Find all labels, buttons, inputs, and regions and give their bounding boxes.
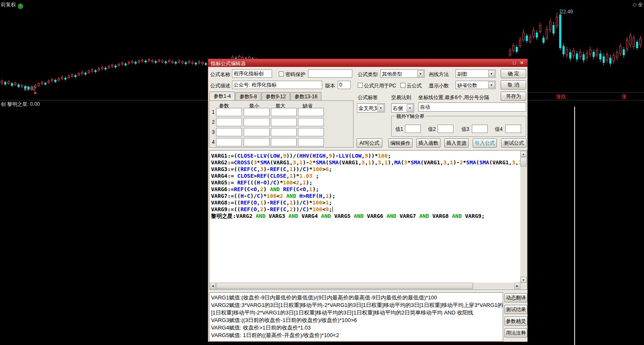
dropdown-circle-icon[interactable]: ˇ (18, 3, 23, 9)
candle-body (619, 46, 621, 54)
y-value-input[interactable] (405, 125, 421, 133)
tool-button-3[interactable]: 插入函数 (416, 138, 440, 148)
chevron-down-icon[interactable]: ▼ (417, 70, 424, 77)
dialog-titlebar[interactable]: 指标公式编辑器 □ ✕ (208, 59, 527, 67)
side-button-2[interactable]: 测试结果 (504, 305, 527, 314)
chevron-down-icon[interactable]: ▼ (377, 104, 384, 112)
param-input[interactable] (298, 128, 324, 136)
coordinate-input[interactable]: 自动 (418, 102, 526, 112)
ribbon-tab-up[interactable]: 涨 (621, 93, 626, 100)
scroll-left-icon[interactable]: ◀ (210, 283, 216, 289)
param-input[interactable] (298, 138, 324, 146)
pc-only-checkbox[interactable] (358, 83, 363, 88)
code-area[interactable]: VARG1:=(CLOSE-LLV(LOW,9))/(HHV(HIGH,9)-L… (210, 151, 520, 282)
ribbon-tab-updown[interactable]: 涨跌 (556, 93, 566, 100)
param-input[interactable] (271, 108, 297, 116)
side-button-4[interactable]: 用法注释 (504, 328, 527, 337)
draw-method-select[interactable]: 副图 ▼ (456, 69, 496, 78)
translation-line: VARG5赋值: 1日前的((最高价-开盘价)/收盘价)*100<2 (211, 332, 501, 339)
param-input[interactable] (271, 128, 297, 136)
candle-body (191, 62, 193, 64)
maximize-button[interactable]: □ (511, 60, 517, 66)
editor-vscrollbar[interactable]: ▲ ▼ (520, 151, 527, 283)
candle-body (201, 62, 204, 64)
param-input[interactable] (216, 118, 242, 126)
tab-2[interactable]: 参数5-8 (235, 92, 261, 101)
y-value-input[interactable] (438, 125, 453, 133)
param-input[interactable] (271, 118, 297, 126)
candle-body (599, 54, 601, 59)
scroll-up-icon[interactable]: ▲ (520, 151, 527, 157)
candle-body (526, 36, 528, 41)
editor-hscrollbar[interactable]: ◀ ▶ (210, 283, 520, 289)
tool-button-6[interactable]: 测试公式 (501, 138, 527, 148)
chevron-down-icon[interactable]: ▼ (488, 70, 495, 77)
candle-body (516, 47, 518, 52)
cancel-button[interactable]: 取 消 (501, 80, 526, 89)
candle-body (613, 55, 615, 61)
code-editor[interactable]: VARG1:=(CLOSE-LLV(LOW,9))/(HHV(HIGH,9)-L… (209, 150, 527, 290)
candle-body (54, 80, 56, 82)
chevron-down-icon[interactable]: ▼ (488, 82, 495, 88)
hscroll-thumb[interactable] (216, 283, 473, 289)
chevron-down-icon[interactable]: ▼ (407, 104, 413, 112)
formula-desc-input[interactable]: 公众号: 程序化指标 (232, 81, 322, 89)
tool-button-2[interactable]: 编辑操作 (388, 138, 412, 148)
param-input[interactable] (271, 138, 297, 146)
param-input[interactable] (216, 108, 242, 116)
candle-body (596, 50, 598, 55)
tab-4[interactable]: 参数13-16 (290, 92, 322, 101)
version-label: 版本 (325, 82, 335, 89)
param-input[interactable] (244, 128, 270, 136)
password-checkbox[interactable] (279, 72, 284, 77)
y-value-input[interactable] (472, 125, 488, 133)
trade-rule-select[interactable]: 右侧 ▼ (391, 103, 414, 112)
param-input[interactable] (298, 118, 324, 126)
side-button-3[interactable]: 参数精灵 (504, 317, 527, 326)
password-input[interactable] (308, 69, 352, 78)
param-input[interactable] (244, 108, 270, 116)
decimal-select[interactable]: 缺省位数 ▼ (456, 81, 496, 89)
scroll-right-icon[interactable]: ▶ (514, 283, 520, 289)
tab-3[interactable]: 参数9-12 (262, 92, 290, 101)
formula-tag-label: 公式标签 (358, 94, 378, 101)
formula-tag-select[interactable]: 金叉死叉 ▼ (357, 103, 385, 112)
low-marker-icon (33, 91, 37, 94)
candle-body (151, 60, 153, 62)
ribbon-divider (528, 92, 644, 93)
ok-button[interactable]: 确 定 (501, 69, 526, 78)
candle-body (539, 25, 541, 32)
y-value-input[interactable] (505, 125, 521, 133)
code-line: VARG2:=CROSS(3*SMA(VARG1,3,1)-2*SMA(SMA(… (211, 159, 519, 166)
candle-body (8, 82, 10, 84)
candle-body (71, 74, 73, 77)
corner-icons[interactable]: ◇ 全 (633, 1, 643, 8)
adjust-mode-label[interactable]: 前复权ˇ (1, 1, 23, 9)
cloud-formula-checkbox[interactable] (400, 83, 405, 88)
decimal-value: 缺省位数 (457, 82, 488, 89)
save-as-button[interactable]: 另存为 (501, 92, 526, 101)
candle-body (64, 78, 66, 79)
formula-type-select[interactable]: 其他类型 ▼ (380, 69, 425, 78)
tool-button-4[interactable]: 插入资源 (444, 138, 468, 148)
param-input[interactable] (298, 108, 324, 116)
param-input[interactable] (216, 138, 242, 146)
close-button[interactable]: ✕ (519, 60, 525, 66)
side-button-1[interactable]: 动态翻译 (504, 293, 527, 302)
tool-button-5[interactable]: 引入公式 (473, 138, 497, 148)
candle-body (583, 54, 585, 60)
signal-spike (574, 107, 575, 345)
scroll-down-icon[interactable]: ▼ (520, 277, 527, 283)
tool-button-1[interactable]: AI写公式 (356, 138, 382, 148)
vscroll-thumb[interactable] (520, 157, 527, 166)
coordinate-label: 坐标线位置,最多6个,用分号分隔 (418, 94, 489, 101)
param-input[interactable] (244, 118, 270, 126)
formula-name-input[interactable]: 程序化指标创 (232, 69, 272, 78)
version-input[interactable]: 0 (338, 81, 351, 89)
param-input[interactable] (216, 128, 242, 136)
param-input[interactable] (244, 138, 270, 146)
code-line: VARG5:= REF(((H-O)/C)*100<2,1); (211, 179, 519, 186)
pc-only-label: 公式只用于PC (364, 82, 396, 89)
tab-1[interactable]: 参数1-4 (209, 92, 235, 101)
y-value-label: 值3 (461, 126, 469, 133)
